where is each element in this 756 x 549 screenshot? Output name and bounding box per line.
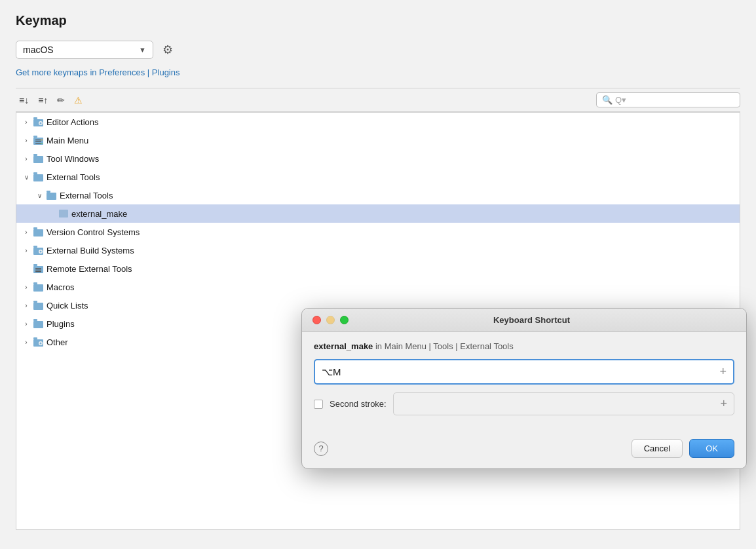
toolbar-right: 🔍 Q▾ — [596, 92, 740, 107]
folder-icon — [33, 153, 44, 164]
chevron-right-icon: › — [22, 247, 31, 254]
folder-gear-icon — [33, 337, 44, 347]
svg-rect-32 — [33, 301, 37, 303]
folder-icon — [33, 263, 44, 274]
tree-item-external-tools[interactable]: ∨ External Tools — [16, 168, 740, 186]
pencil-icon: ✏ — [57, 95, 65, 105]
folder-icon — [33, 282, 44, 292]
chevron-right-icon: › — [22, 320, 31, 328]
svg-rect-25 — [33, 264, 37, 266]
second-stroke-row: Second stroke: + — [314, 392, 734, 415]
folder-gear-icon — [33, 135, 44, 145]
folder-icon — [47, 190, 57, 200]
collapse-all-button[interactable]: ≡↑ — [35, 93, 51, 107]
chevron-right-icon: › — [22, 339, 31, 346]
expand-all-icon: ≡↓ — [19, 95, 29, 105]
keyboard-shortcut-dialog[interactable]: Keyboard Shortcut external_make in Main … — [301, 308, 747, 469]
second-stroke-input-field[interactable]: + — [393, 392, 734, 415]
help-button[interactable]: ? — [314, 442, 328, 456]
dialog-body: external_make in Main Menu | Tools | Ext… — [302, 332, 746, 439]
svg-rect-31 — [33, 303, 43, 310]
tree-item-label: external_make — [71, 209, 127, 219]
expand-all-button[interactable]: ≡↓ — [16, 93, 32, 107]
folder-icon — [33, 300, 44, 311]
second-stroke-checkbox[interactable] — [314, 400, 323, 409]
tree-item-label: External Build Systems — [47, 246, 134, 256]
close-button[interactable] — [312, 316, 321, 324]
maximize-button[interactable] — [340, 316, 349, 324]
svg-rect-14 — [33, 172, 37, 174]
tree-item-label: Other — [47, 337, 68, 347]
tree-item-editor-actions[interactable]: › Editor Actions — [16, 113, 740, 131]
dialog-subtitle: external_make in Main Menu | Tools | Ext… — [314, 341, 734, 351]
svg-point-38 — [40, 343, 42, 345]
tree-item-tool-windows[interactable]: › Tool Windows — [16, 149, 740, 168]
second-stroke-plus-icon[interactable]: + — [720, 397, 727, 411]
svg-rect-21 — [33, 246, 37, 248]
folder-gear-icon — [33, 245, 44, 256]
tree-item-macros[interactable]: › Macros — [16, 278, 740, 296]
tree-item-label: Tool Windows — [47, 154, 99, 164]
folder-icon — [33, 172, 44, 182]
svg-rect-29 — [33, 284, 43, 292]
plugins-link[interactable]: Get more keymaps in Preferences | Plugin… — [16, 67, 740, 77]
ok-button[interactable]: OK — [689, 439, 734, 458]
tree-item-remote-external[interactable]: Remote External Tools — [16, 259, 740, 278]
tree-item-label: Macros — [47, 282, 75, 292]
chevron-down-icon: ∨ — [22, 174, 31, 181]
svg-rect-26 — [35, 268, 41, 269]
show-conflicts-button[interactable]: ⚠ — [71, 93, 86, 107]
svg-rect-7 — [35, 142, 41, 142]
svg-rect-28 — [35, 271, 41, 272]
chevron-right-icon: › — [22, 229, 31, 236]
svg-rect-6 — [35, 140, 41, 140]
second-stroke-label: Second stroke: — [330, 399, 387, 409]
search-box[interactable]: 🔍 Q▾ — [596, 92, 740, 107]
edit-shortcut-button[interactable]: ✏ — [54, 93, 68, 107]
svg-rect-15 — [47, 193, 56, 200]
tree-item-external-tools-sub[interactable]: ∨ External Tools — [16, 186, 740, 204]
svg-rect-1 — [33, 117, 37, 119]
keymap-row: macOS ▼ ⚙ — [16, 40, 740, 60]
tree-item-external-make[interactable]: › external_make — [16, 204, 740, 223]
svg-rect-8 — [35, 143, 41, 143]
tree-item-label: External Tools — [60, 191, 113, 200]
svg-rect-19 — [33, 227, 37, 229]
svg-rect-17 — [59, 210, 68, 218]
svg-rect-13 — [33, 174, 43, 181]
cancel-button[interactable]: Cancel — [632, 439, 683, 458]
shortcut-input-field[interactable]: ⌥M + — [314, 359, 734, 385]
main-panel: Keymap macOS ▼ ⚙ Get more keymaps in Pre… — [0, 0, 756, 549]
minimize-button[interactable] — [326, 316, 335, 324]
chevron-right-icon: › — [22, 302, 31, 309]
search-placeholder: Q▾ — [615, 95, 626, 105]
file-icon — [58, 208, 69, 219]
dialog-footer: ? Cancel OK — [302, 439, 746, 468]
chevron-right-icon: › — [22, 155, 31, 162]
keymap-selected-value: macOS — [23, 45, 136, 55]
tree-item-main-menu[interactable]: › Main Menu — [16, 131, 740, 149]
tree-item-external-build[interactable]: › External Build Systems — [16, 241, 740, 259]
search-icon: 🔍 — [602, 95, 613, 105]
svg-rect-33 — [33, 321, 43, 328]
warning-icon: ⚠ — [74, 95, 83, 105]
tree-item-label: Plugins — [47, 319, 75, 329]
dialog-title: Keyboard Shortcut — [354, 315, 709, 325]
chevron-right-icon: › — [22, 137, 31, 144]
tree-item-label: External Tools — [47, 172, 100, 182]
page-title: Keymap — [16, 13, 740, 28]
svg-rect-36 — [33, 337, 37, 339]
chevron-right-icon: › — [22, 119, 31, 126]
chevron-right-icon: › — [22, 284, 31, 291]
svg-rect-12 — [33, 154, 37, 156]
tree-item-label: Quick Lists — [47, 301, 88, 311]
keymap-dropdown[interactable]: macOS ▼ — [16, 41, 153, 59]
add-shortcut-icon[interactable]: + — [719, 365, 727, 379]
svg-point-3 — [40, 123, 42, 124]
toolbar: ≡↓ ≡↑ ✏ ⚠ 🔍 Q▾ — [16, 88, 740, 112]
keymap-settings-button[interactable]: ⚙ — [160, 40, 176, 60]
shortcut-input-row: ⌥M + — [314, 359, 734, 385]
tree-item-version-control[interactable]: › Version Control Systems — [16, 223, 740, 241]
dialog-item-name: external_make — [314, 341, 373, 351]
svg-rect-27 — [35, 270, 41, 271]
